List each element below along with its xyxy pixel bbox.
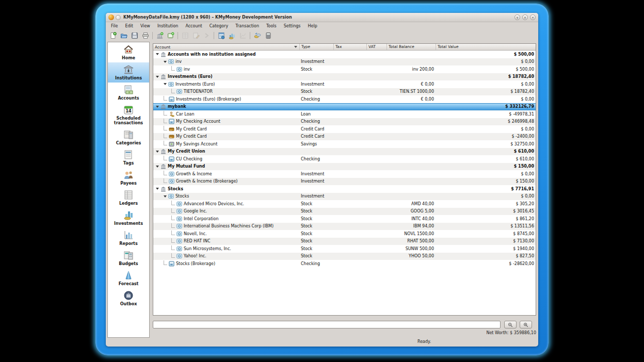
print-button[interactable] (140, 31, 151, 41)
total-value-cell: $ 0,00 (436, 82, 536, 87)
close-button[interactable]: × (530, 14, 536, 20)
table-row[interactable]: Stocks$ 7716,91 (153, 185, 536, 193)
maximize-button[interactable]: ∧ (522, 14, 528, 20)
sidebar-item-ledgers[interactable]: Ledgers (108, 188, 149, 208)
column-header-tax[interactable]: Tax (333, 44, 366, 50)
account-name: Intel Corporation (184, 217, 219, 221)
sidebar-item-tags[interactable]: Tags (108, 147, 149, 168)
table-row[interactable]: My Checking AccountChecking$ 246998,48 (153, 118, 536, 126)
account-name: Stocks (168, 187, 183, 191)
total-value-cell: $ 246998,48 (436, 119, 536, 124)
table-row[interactable]: Stocks (Brokerage)Checking$ -28620,00 (153, 260, 536, 268)
sidebar-item-budgets[interactable]: Budgets (108, 248, 149, 268)
table-row[interactable]: My Savings AccountSavings$ 32750,00 (153, 140, 536, 148)
sidebar-item-institutions[interactable]: Institutions (108, 62, 149, 83)
table-row[interactable]: My Credit CardCredit Card$ 0,00 (153, 125, 536, 133)
total-balance-cell: € 0,00 (387, 97, 436, 102)
menu-tools[interactable]: Tools (263, 23, 280, 29)
ledger-icon (218, 32, 225, 39)
table-row[interactable]: Accounts with no institution assigned$ 5… (153, 51, 536, 58)
table-row[interactable]: My Credit Union$ 610,00 (153, 148, 536, 156)
menu-settings[interactable]: Settings (280, 23, 304, 29)
table-row[interactable]: Sun Microsystems, Inc.StockSUNW 500,00$ … (153, 245, 536, 253)
collapse-all-button[interactable] (504, 321, 517, 328)
menu-category[interactable]: Category (206, 23, 232, 29)
table-row[interactable]: Growth & IncomeInvestment$ 0,00 (153, 170, 536, 178)
expander-icon[interactable] (156, 166, 159, 168)
table-row[interactable]: Investments (Euro)$ 18782,40 (153, 73, 536, 81)
sidebar-item-payees[interactable]: Payees (108, 168, 149, 188)
table-row[interactable]: Investments (Euro)Investment€ 0,00$ 0,00 (153, 80, 536, 88)
table-row[interactable]: Car LoanLoan$ -49978,31 (153, 110, 536, 118)
expander-icon[interactable] (156, 53, 159, 55)
table-row[interactable]: CU CheckingChecking$ 610,00 (153, 155, 536, 163)
table-row[interactable]: invStockinv 200,00$ 500,00 (153, 65, 536, 73)
savings-icon (169, 141, 174, 147)
sidebar-item-investments[interactable]: Investments (108, 208, 149, 228)
investment-chart-button[interactable] (227, 31, 237, 41)
expander-icon[interactable] (156, 151, 159, 153)
expander-icon[interactable] (164, 61, 167, 63)
table-row[interactable]: TIETOENATORStockTIEN.ST 1000,00$ 18782,4… (153, 88, 536, 96)
title-bar[interactable]: KMyMoneyDataFile.kmy (1280 x 960) – KMyM… (106, 13, 538, 22)
table-row[interactable]: Intel CorporationStockINTC 40,00$ 861,20 (153, 215, 536, 223)
expander-icon[interactable] (164, 195, 167, 198)
column-header-type[interactable]: Type (299, 44, 333, 50)
column-header-total-value[interactable]: Total Value (436, 44, 536, 50)
menu-account[interactable]: Account (182, 23, 205, 29)
total-value-cell: $ 18782,40 (436, 89, 536, 94)
table-row[interactable]: RED HAT INCStockRHAT 500,00$ 7130,00 (153, 238, 536, 245)
tree-branch-icon (164, 171, 167, 175)
sidebar-item-accounts[interactable]: Accounts (108, 83, 149, 103)
table-row[interactable]: StocksInvestment$ 0,00 (153, 193, 536, 201)
table-row[interactable]: Growth & Income (Brokerage)Investment$ 1… (153, 178, 536, 186)
save-button[interactable] (129, 31, 140, 41)
table-row[interactable]: invInvestment$ 0,00 (153, 58, 536, 66)
table-row[interactable]: Novell, Inc.StockNOVL 1500,00$ 8745,00 (153, 230, 536, 238)
column-header-account[interactable]: Account (153, 44, 299, 50)
table-row[interactable]: International Business Machines Corp (IB… (153, 223, 536, 231)
new-file-button[interactable] (107, 31, 118, 41)
expand-all-button[interactable] (520, 321, 532, 328)
menu-edit[interactable]: Edit (121, 23, 137, 29)
table-row[interactable]: Yahoo! Inc.StockYHOO 50,00$ 827,50 (153, 253, 536, 260)
expander-icon[interactable] (156, 188, 159, 190)
sidebar-item-reports[interactable]: Reports (108, 228, 149, 248)
menu-view[interactable]: View (137, 23, 154, 29)
minimize-button[interactable]: ∨ (514, 14, 520, 20)
filter-input[interactable] (153, 321, 501, 328)
open-file-button[interactable] (118, 31, 129, 41)
calculator-icon (265, 32, 272, 39)
expander-icon[interactable] (164, 83, 167, 85)
menu-institution[interactable]: Institution (154, 23, 182, 29)
currency-button[interactable] (252, 31, 263, 41)
column-header-vat[interactable]: VAT (366, 44, 387, 50)
total-value-cell: $ 32750,00 (436, 142, 536, 146)
new-account-button[interactable] (165, 31, 176, 41)
outbox-icon (123, 290, 134, 301)
menu-help[interactable]: Help (304, 23, 321, 29)
investment-icon (176, 223, 182, 229)
calculator-button[interactable] (263, 31, 273, 41)
table-row[interactable]: Investments (Euro) (Brokerage)Checking€ … (153, 95, 536, 103)
sidebar-item-outbox[interactable]: Outbox (108, 288, 149, 308)
sidebar-item-scheduled-transactions[interactable]: 14Scheduled transactions (108, 103, 149, 127)
menu-file[interactable]: File (107, 23, 121, 29)
tree-branch-icon (171, 89, 175, 93)
sidebar-item-forecast[interactable]: Forecast (108, 268, 149, 288)
expander-icon[interactable] (156, 76, 159, 78)
menu-transaction[interactable]: Transaction (232, 23, 263, 29)
total-value-cell: $ 0,00 (436, 97, 536, 102)
table-row[interactable]: Advanced Micro Devices, Inc.StockAMD 40,… (153, 200, 536, 208)
sidebar-item-home[interactable]: Home (108, 42, 149, 62)
accounts-icon (123, 84, 134, 95)
table-row[interactable]: My Credit CardCredit Card$ -2400,00 (153, 133, 536, 141)
sidebar-item-categories[interactable]: Categories (108, 127, 149, 147)
column-header-total-balance[interactable]: Total Balance (387, 44, 436, 50)
ledger-button[interactable] (216, 31, 227, 41)
table-row[interactable]: mybank$ 332126,79 (153, 103, 536, 111)
table-row[interactable]: Google Inc.StockGOOG 5,00$ 3016,45 (153, 208, 536, 216)
new-institution-button[interactable] (154, 31, 165, 41)
table-row[interactable]: My Mutual Fund$ 150,00 (153, 163, 536, 171)
expander-icon[interactable] (156, 106, 159, 108)
